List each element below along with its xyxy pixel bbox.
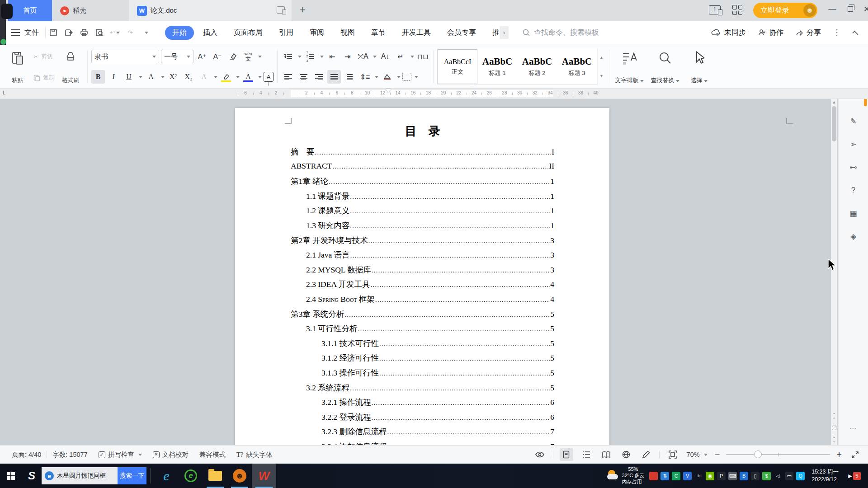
login-button[interactable]: 立即登录 ☻ [753, 3, 817, 18]
font-dialog-launcher-icon[interactable] [264, 82, 269, 86]
zoom-caret-icon[interactable] [704, 454, 708, 456]
tray-phone-icon[interactable]: ▯ [751, 472, 760, 480]
word-count[interactable]: 字数: 15077 [47, 450, 93, 459]
select-cursor-icon[interactable]: ➢ [847, 137, 860, 151]
tray-shield-icon[interactable]: V [683, 472, 692, 480]
device-sync-icon[interactable]: 1 [709, 5, 721, 14]
styles-scroll-up-icon[interactable]: ▲ [598, 48, 605, 67]
undo-button[interactable]: ↶ [107, 25, 123, 40]
print-button[interactable] [76, 25, 92, 40]
increase-indent-button[interactable]: ⇥ [341, 50, 354, 63]
minimize-button[interactable]: — [824, 0, 841, 18]
share-button[interactable]: 分享 [795, 28, 821, 38]
collapse-ribbon-icon[interactable] [852, 30, 858, 36]
line-spacing-caret-icon[interactable] [375, 76, 378, 78]
menu-tab-7[interactable]: 章节 [364, 26, 393, 40]
close-button[interactable]: ✕ [858, 0, 868, 18]
taskbar-app-explorer[interactable] [203, 464, 227, 488]
weather-icon[interactable] [607, 470, 619, 482]
distribute-button[interactable] [343, 70, 356, 84]
taskbar-search-box[interactable]: e 木星圆月惊艳同框 搜索一下 [42, 467, 146, 484]
toc-entry[interactable]: 第2章 开发环境与技术3 [291, 235, 554, 250]
start-button[interactable] [0, 464, 22, 488]
file-menu[interactable]: 文件 [24, 28, 39, 38]
pinyin-guide-button[interactable]: wén文 [241, 50, 255, 63]
tray-security-icon[interactable] [649, 472, 658, 480]
menu-tab-2[interactable]: 插入 [196, 26, 225, 40]
search-app-icon[interactable]: S [22, 464, 42, 488]
main-menu-icon[interactable] [11, 29, 20, 36]
fullscreen-button[interactable] [848, 448, 862, 461]
copy-button[interactable]: 复制 [31, 72, 57, 84]
sync-status[interactable]: 未同步 [711, 28, 746, 38]
rail-more-icon[interactable]: ⋯ [849, 424, 857, 432]
text-effects-caret-icon[interactable] [214, 76, 217, 78]
document-area[interactable]: 目 录 摘 要IABSTRACTII第1章 绪论11.1 课题背景11.2 课题… [0, 99, 868, 445]
tray-network-icon[interactable]: ≋ [694, 472, 703, 480]
taskbar-app-wps[interactable]: W [252, 464, 276, 488]
taskbar-app-browser360[interactable]: e [179, 464, 203, 488]
ribbon-tabs-overflow[interactable]: › [500, 26, 509, 39]
split-screen-icon[interactable] [277, 6, 285, 14]
tray-qq-icon[interactable]: Q [796, 472, 805, 480]
tray-transfer-icon[interactable]: C [672, 472, 680, 480]
numbered-list-button[interactable]: 123 [303, 50, 317, 63]
ruler-tool-icon[interactable]: ⊷ [847, 160, 860, 174]
page-indicator[interactable]: 页面: 4/40 [6, 450, 47, 459]
toc-entry[interactable]: 2.4 Spring Boot 框架4 [291, 294, 554, 309]
bold-button[interactable]: B [91, 70, 105, 84]
style-标题 2[interactable]: AaBbC标题 2 [517, 49, 557, 84]
spell-check-button[interactable]: ✓ 拼写检查 [93, 450, 147, 459]
tray-gpu-icon[interactable]: ◉ [706, 472, 714, 480]
quick-access-caret[interactable] [138, 25, 153, 40]
fit-page-button[interactable] [666, 448, 679, 461]
line-spacing-button[interactable]: ⇕≡ [358, 70, 372, 84]
subscript-button[interactable]: X₂ [182, 70, 195, 84]
restore-button[interactable] [842, 0, 859, 18]
taskbar-app-game[interactable]: ☻ [227, 464, 252, 488]
read-mode-button[interactable] [599, 448, 613, 461]
taskbar-search-button[interactable]: 搜索一下 [118, 467, 146, 484]
collaborate-button[interactable]: 协作 [758, 28, 783, 38]
character-scale-button[interactable]: ⤧A [356, 50, 370, 63]
tray-usb-icon[interactable]: ⇅ [660, 472, 669, 480]
outline-view-button[interactable] [580, 448, 593, 461]
toc-entry[interactable]: 3.1.2 经济可行性5 [291, 352, 554, 367]
font-color-button[interactable]: A [241, 70, 255, 84]
eye-protection-button[interactable] [533, 448, 547, 461]
bullet-list-button[interactable] [281, 50, 295, 63]
styles-scroll-down-icon[interactable]: ▼ [598, 67, 605, 86]
tray-payment-icon[interactable]: $ [762, 472, 771, 480]
edit-pen-icon[interactable]: ✎ [847, 114, 860, 128]
sort-button[interactable]: A↓ [378, 50, 392, 63]
more-options-icon[interactable]: ⋮ [833, 28, 841, 38]
next-page-icon[interactable]: ⌄⌄ [832, 434, 836, 443]
paste-button[interactable]: 粘贴 [5, 48, 31, 85]
command-search[interactable]: 查找命令、搜索模板 [522, 28, 658, 38]
strikethrough-caret-icon[interactable] [161, 76, 165, 78]
weather-memory-widget[interactable]: 55% 32°C 多云 内存占用 [622, 466, 645, 485]
align-left-button[interactable] [281, 70, 295, 84]
menu-tab-1[interactable]: 开始 [165, 26, 194, 40]
ink-annotation-button[interactable] [639, 448, 653, 461]
toc-entry[interactable]: 1.1 课题背景1 [291, 191, 554, 206]
borders-button[interactable] [402, 73, 411, 81]
print-preview-button[interactable] [92, 25, 107, 40]
toc-entry[interactable]: 3.1.3 操作可行性5 [291, 367, 554, 382]
pinyin-caret-icon[interactable] [258, 56, 262, 58]
font-size-select[interactable]: 一号 [161, 50, 193, 63]
toc-entry[interactable]: ABSTRACTII [291, 161, 554, 176]
numbered-caret-icon[interactable] [320, 56, 324, 58]
toc-entry[interactable]: 3.1 可行性分析5 [291, 323, 554, 338]
shading-button[interactable] [380, 70, 394, 84]
align-right-button[interactable] [312, 70, 326, 84]
decrease-font-button[interactable]: A⁻ [211, 50, 224, 63]
horizontal-ruler[interactable]: L 64224681012141618202224262830323436384… [0, 89, 868, 99]
app-grid-icon[interactable] [732, 5, 742, 15]
select-browse-object-icon[interactable] [832, 426, 836, 430]
page-view-button[interactable] [560, 448, 573, 461]
compat-mode[interactable]: 兼容模式 [194, 450, 231, 459]
scroll-up-icon[interactable]: ▲ [831, 100, 837, 104]
help-icon[interactable]: ? [847, 183, 860, 197]
notification-center-button[interactable]: ▶ 5 [845, 464, 863, 488]
